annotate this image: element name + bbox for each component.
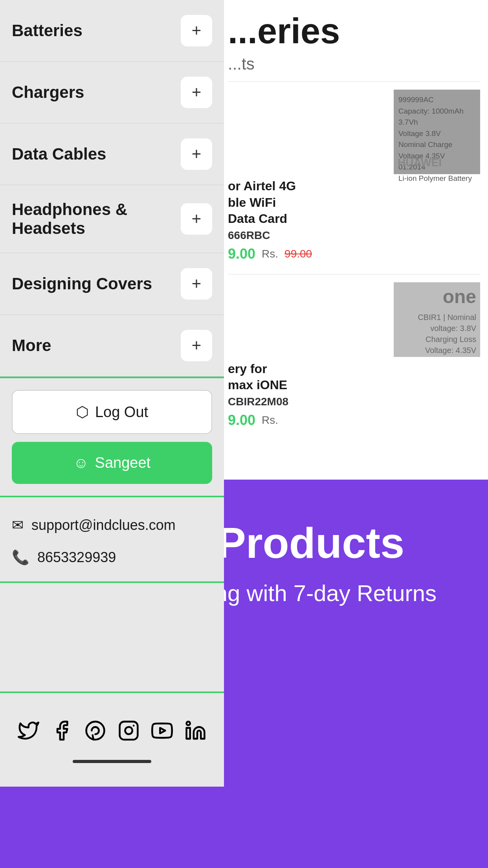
price-current-1: 9.00	[228, 246, 255, 262]
menu-item-headphones[interactable]: Headphones & Headsets +	[0, 185, 224, 253]
twitter-icon[interactable]	[15, 717, 42, 744]
youtube-icon[interactable]	[149, 717, 176, 744]
svg-rect-1	[120, 721, 138, 739]
product-image-1: 999999AC Capacity: 1000mAh 3.7Vh Voltage…	[394, 90, 480, 174]
social-icons-row	[12, 709, 212, 752]
product-info-2: ery formax iONE CBIR22M08 9.00 Rs.	[228, 357, 480, 432]
chargers-expand-button[interactable]: +	[181, 77, 212, 108]
logout-button[interactable]: ⬡ Log Out	[12, 390, 212, 434]
price-label-1: Rs.	[262, 248, 278, 260]
instagram-icon[interactable]	[115, 717, 143, 744]
svg-rect-4	[187, 728, 190, 739]
menu-item-batteries-label: Batteries	[12, 21, 83, 40]
email-icon: ✉	[12, 517, 24, 533]
menu-item-more-label: More	[12, 336, 51, 355]
right-subtitle: ...ts	[228, 55, 480, 74]
menu-item-batteries[interactable]: Batteries +	[0, 0, 224, 62]
phone-item[interactable]: 📞 8653329939	[12, 541, 212, 574]
product-info-1: or Airtel 4Gble WiFiData Card 666RBC 9.0…	[228, 174, 480, 266]
menu-item-designing-covers-label: Designing Covers	[12, 274, 152, 293]
product-card-1[interactable]: 999999AC Capacity: 1000mAh 3.7Vh Voltage…	[220, 82, 488, 274]
menu-item-chargers-label: Chargers	[12, 83, 84, 102]
user-label: Sangeet	[95, 454, 151, 471]
phone-text: 8653329939	[37, 549, 116, 566]
designing-covers-expand-button[interactable]: +	[181, 268, 212, 300]
phone-icon: 📞	[12, 549, 29, 566]
right-header: ...eries ...ts	[220, 0, 488, 81]
facebook-icon[interactable]	[48, 717, 76, 744]
main-container: Batteries + Chargers + Data Cables + Hea…	[0, 0, 488, 868]
svg-line-0	[93, 735, 94, 739]
price-original-1: 99.00	[284, 248, 312, 260]
auth-section: ⬡ Log Out ☺ Sangeet	[0, 378, 224, 496]
empty-area	[0, 581, 224, 691]
pinterest-icon[interactable]	[82, 717, 109, 744]
scroll-indicator	[73, 760, 151, 763]
price-row-2: 9.00 Rs.	[228, 412, 480, 428]
price-row-1: 9.00 Rs. 99.00	[228, 246, 480, 262]
contact-section: ✉ support@indclues.com 📞 8653329939	[0, 496, 224, 581]
menu-item-data-cables[interactable]: Data Cables +	[0, 123, 224, 185]
sidebar-panel: Batteries + Chargers + Data Cables + Hea…	[0, 0, 224, 787]
right-title: ...eries	[228, 12, 480, 51]
product-name-1: or Airtel 4Gble WiFiData Card	[228, 178, 480, 227]
price-current-2: 9.00	[228, 412, 255, 428]
menu-item-designing-covers[interactable]: Designing Covers +	[0, 253, 224, 315]
menu-item-data-cables-label: Data Cables	[12, 145, 106, 164]
logout-icon: ⬡	[76, 403, 89, 421]
logout-label: Log Out	[95, 404, 148, 421]
more-expand-button[interactable]: +	[181, 330, 212, 361]
batteries-expand-button[interactable]: +	[181, 15, 212, 46]
product-model-2: CBIR22M08	[228, 395, 480, 408]
product-name-2: ery formax iONE	[228, 361, 480, 394]
menu-item-chargers[interactable]: Chargers +	[0, 62, 224, 123]
user-icon: ☺	[73, 454, 89, 471]
menu-item-more[interactable]: More +	[0, 315, 224, 377]
social-section	[0, 691, 224, 787]
email-text: support@indclues.com	[31, 517, 176, 533]
svg-marker-3	[160, 728, 165, 733]
menu-item-headphones-label: Headphones & Headsets	[12, 200, 181, 238]
product-card-2[interactable]: one CBIR1 | Nominal voltage: 3.8V Chargi…	[220, 274, 488, 440]
price-label-2: Rs.	[262, 414, 278, 427]
user-button[interactable]: ☺ Sangeet	[12, 442, 212, 484]
product-image-2: one CBIR1 | Nominal voltage: 3.8V Chargi…	[394, 282, 480, 357]
right-panel: ...eries ...ts 999999AC Capacity: 1000mA…	[220, 0, 488, 480]
linkedin-icon[interactable]	[182, 717, 209, 744]
data-cables-expand-button[interactable]: +	[181, 138, 212, 170]
svg-point-5	[187, 721, 190, 725]
headphones-expand-button[interactable]: +	[181, 203, 212, 235]
email-item[interactable]: ✉ support@indclues.com	[12, 509, 212, 541]
product-model-1: 666RBC	[228, 229, 480, 242]
